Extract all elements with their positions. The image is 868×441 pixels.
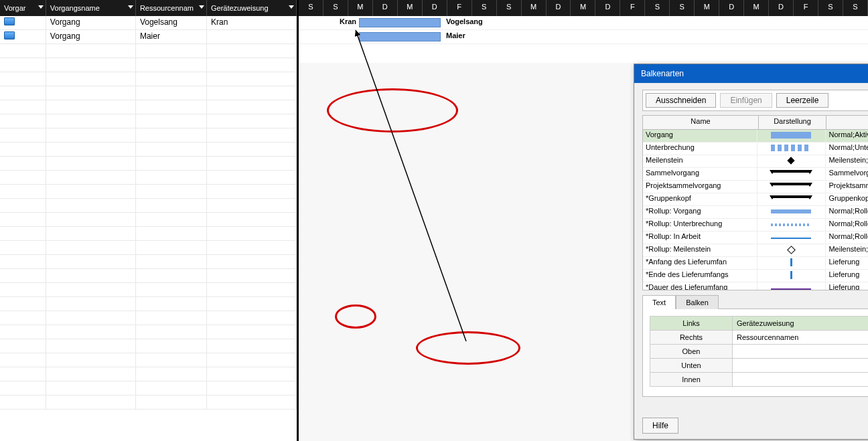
- name-column-header[interactable]: Vorgangsname: [46, 0, 136, 16]
- bar-styles-grid[interactable]: Name Darstellung Anzeige für: Zeile Von …: [642, 115, 868, 290]
- bar-style-row[interactable]: *Rollup: MeilensteinMeilenstein;Rolled u…: [643, 244, 868, 257]
- cut-button[interactable]: Ausschneiden: [646, 93, 716, 108]
- bar-label-right: Maier: [446, 31, 465, 39]
- bar-style-row[interactable]: *Rollup: In ArbeitNormal;Rolled up;Nicht…: [643, 232, 868, 244]
- bar-preview-icon: [790, 258, 792, 266]
- table-row[interactable]: [0, 311, 297, 325]
- table-row[interactable]: [0, 367, 297, 381]
- bar-style-row[interactable]: *Dauer des LieferumfangLieferung1Anfang …: [643, 282, 868, 290]
- timeline-day: D: [547, 0, 571, 16]
- task-grid: Vorgar Vorgangsname Ressourcennam Geräte…: [0, 0, 299, 441]
- timeline-day: M: [571, 0, 595, 16]
- tab-text[interactable]: Text: [642, 295, 676, 309]
- table-row[interactable]: [0, 255, 297, 269]
- table-row[interactable]: [0, 381, 297, 395]
- gantt-row: Maier: [299, 30, 868, 44]
- table-row[interactable]: VorgangVogelsangKran: [0, 16, 297, 30]
- bar-style-row[interactable]: ProjektsammelvorgangProjektsammelvorgang…: [643, 181, 868, 193]
- table-row[interactable]: [0, 157, 297, 171]
- bar-style-row[interactable]: *Ende des LieferumfangsLieferung1Ende de…: [643, 270, 868, 282]
- gantt-bar[interactable]: [359, 18, 441, 27]
- bar-style-row[interactable]: UnterbrechungNormal;Unterbrechung;Aktiv;…: [643, 143, 868, 155]
- timeline-day: M: [398, 0, 423, 16]
- row-innen: Innen: [650, 373, 869, 387]
- bar-style-row[interactable]: *GruppenkopfGruppenkopf1VorgangsanfangVo…: [643, 193, 868, 206]
- gantt-bar[interactable]: [359, 32, 441, 41]
- field-innen[interactable]: [733, 373, 869, 387]
- table-row[interactable]: [0, 339, 297, 353]
- field-links[interactable]: Gerätezuweisung: [733, 317, 869, 331]
- device-column-header[interactable]: Gerätezuweisung: [207, 0, 297, 16]
- table-row[interactable]: [0, 395, 297, 410]
- bar-preview-icon: [771, 195, 811, 203]
- annotation-circle: [327, 88, 458, 133]
- bar-label-left: Kran: [340, 17, 356, 25]
- table-row[interactable]: [0, 185, 297, 199]
- table-row[interactable]: [0, 241, 297, 255]
- bar-preview-icon: [771, 224, 811, 226]
- timeline-header: SSMDMDFSSMDMDFSSMDMDFSS: [299, 0, 868, 16]
- row-oben: Oben: [650, 345, 869, 359]
- dropdown-icon[interactable]: [128, 5, 133, 9]
- bar-style-row[interactable]: VorgangNormal;Aktiv;Nicht Manuell gepla1…: [643, 130, 868, 143]
- bar-style-row[interactable]: MeilensteinMeilenstein;Aktiv;Nicht Grupp…: [643, 155, 868, 168]
- table-row[interactable]: [0, 58, 297, 72]
- tab-balken[interactable]: Balken: [676, 295, 719, 309]
- bar-style-row[interactable]: *Rollup: VorgangNormal;Rolled up;Nicht S…: [643, 206, 868, 219]
- bar-style-row[interactable]: *Rollup: UnterbrechungNormal;Rolled up;U…: [643, 219, 868, 232]
- dialog-titlebar[interactable]: Balkenarten ✕: [634, 64, 868, 83]
- bar-style-row[interactable]: *Anfang des LieferumfanLieferung1Anfang …: [643, 257, 868, 270]
- table-row[interactable]: [0, 100, 297, 114]
- table-row[interactable]: [0, 44, 297, 58]
- row-unten: Unten: [650, 359, 869, 373]
- table-row[interactable]: [0, 297, 297, 311]
- timeline-day: D: [595, 0, 620, 16]
- bar-label-right: Vogelsang: [446, 17, 483, 25]
- dialog-footer: Hilfe OK Abbrechen: [634, 412, 868, 439]
- timeline-day: F: [794, 0, 818, 16]
- bar-preview-icon: [771, 145, 811, 151]
- table-row[interactable]: [0, 72, 297, 86]
- table-row[interactable]: [0, 283, 297, 297]
- dropdown-icon[interactable]: [199, 5, 204, 9]
- blank-row-button[interactable]: Leerzeile: [776, 93, 829, 108]
- timeline-day: M: [695, 0, 719, 16]
- table-row[interactable]: [0, 269, 297, 283]
- table-row[interactable]: VorgangMaier: [0, 30, 297, 44]
- dialog-tabs: TextBalken LinksGerätezuweisung RechtsRe…: [642, 294, 868, 397]
- col-darstellung[interactable]: Darstellung: [759, 116, 826, 129]
- bar-preview-icon: [771, 183, 811, 191]
- dialog-toolbar: Ausschneiden Einfügen Leerzeile: [642, 90, 868, 111]
- timeline-day: F: [447, 0, 472, 16]
- table-row[interactable]: [0, 171, 297, 185]
- col-anzeige[interactable]: Anzeige für:: [826, 116, 868, 129]
- annotation-circle: [335, 304, 376, 329]
- indicator-column-header[interactable]: Vorgar: [0, 0, 46, 16]
- dropdown-icon[interactable]: [289, 5, 294, 9]
- resource-column-header[interactable]: Ressourcennam: [136, 0, 207, 16]
- table-row[interactable]: [0, 128, 297, 143]
- table-row[interactable]: [0, 353, 297, 367]
- timeline-day: D: [769, 0, 794, 16]
- timeline-day: S: [843, 0, 868, 16]
- timeline-day: M: [348, 0, 373, 16]
- dropdown-icon[interactable]: [38, 5, 44, 9]
- field-unten[interactable]: [733, 359, 869, 373]
- field-oben[interactable]: [733, 345, 869, 359]
- paste-button: Einfügen: [720, 93, 772, 108]
- bar-style-row[interactable]: SammelvorgangSammelvorgang;Aktiv;Nicht M…: [643, 168, 868, 181]
- task-indicator-icon: [4, 31, 15, 39]
- table-row[interactable]: [0, 213, 297, 227]
- table-row[interactable]: [0, 86, 297, 100]
- table-row[interactable]: [0, 114, 297, 128]
- table-row[interactable]: [0, 199, 297, 213]
- text-position-grid[interactable]: LinksGerätezuweisung RechtsRessourcennam…: [650, 316, 868, 387]
- field-rechts[interactable]: Ressourcennamen: [733, 331, 869, 345]
- table-row[interactable]: [0, 227, 297, 241]
- table-row[interactable]: [0, 325, 297, 339]
- timeline-day: S: [323, 0, 348, 16]
- table-row[interactable]: [0, 143, 297, 157]
- help-button[interactable]: Hilfe: [642, 418, 678, 434]
- bar-preview-icon: [771, 288, 811, 290]
- col-name[interactable]: Name: [643, 116, 759, 129]
